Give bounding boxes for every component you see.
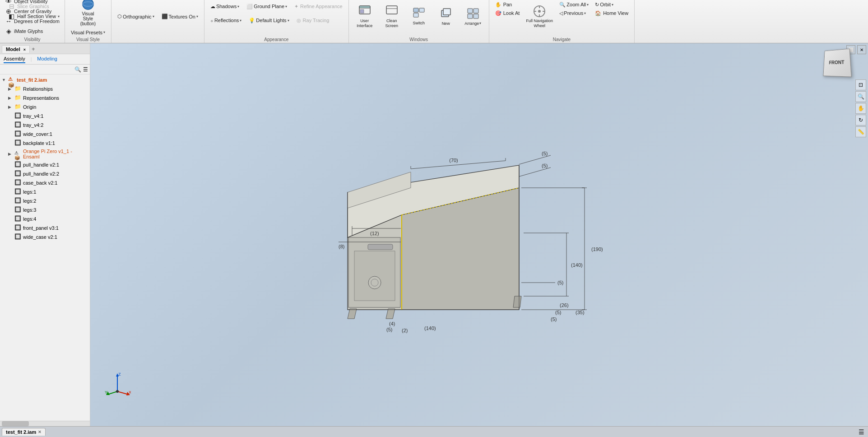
tree-warning-item[interactable]: ▶ ⚠📦 Orange Pi Zero v1_1 - Ensaml (0, 148, 90, 160)
orbit-icon: ↻ (595, 2, 599, 8)
pan-button[interactable]: ✋ Pan (493, 1, 522, 9)
document-tab[interactable]: test_fit 2.iam ✕ (2, 428, 46, 436)
part-icon: 🔲 (14, 130, 22, 138)
viewport[interactable]: ⬜ ✕ FRONT ⊡ 🔍 ✋ ↻ 📏 (90, 43, 868, 426)
visual-style-button[interactable]: Visual Style (button) (76, 0, 100, 27)
user-interface-button[interactable]: UserInterface (353, 1, 377, 32)
visual-presets-button[interactable]: Visual Presets ▾ (69, 29, 107, 36)
tab-close-btn[interactable]: ✕ (38, 430, 42, 434)
imate-glyphs-button[interactable]: ◈ iMate Glyphs (3, 27, 45, 36)
view-options-group: ⬡ Orthographic ▾ ⬛ Textures On ▾ (111, 0, 204, 43)
appearance-group: ☁ Shadows ▾ ⬜ Ground Plane ▾ ✦ Refine Ap… (204, 0, 349, 43)
tree-item[interactable]: 🔲 wide_cover:1 (0, 130, 90, 139)
orthographic-button[interactable]: ⬡ Orthographic ▾ (115, 13, 157, 20)
clean-screen-label: Clean Screen (381, 19, 403, 28)
reflect-icon: ⬦ (210, 18, 214, 23)
tree-item[interactable]: ▶ 📁 Representations (0, 93, 90, 102)
pan-vp-btn[interactable]: ✋ (855, 103, 866, 114)
model-tab-close[interactable]: × (23, 47, 26, 52)
ground-plane-button[interactable]: ⬜ Ground Plane ▾ (244, 3, 289, 10)
expander: ▶ (8, 96, 14, 100)
half-section-view-button[interactable]: ◧ Half Section View ▾ (6, 12, 62, 21)
tree-item[interactable]: 🔲 legs:1 (0, 187, 90, 196)
nav-wheel-icon (532, 4, 547, 19)
tree-item[interactable]: 🔲 wide_case v2:1 (0, 232, 90, 242)
dim-35: (35) (576, 310, 585, 315)
part-icon: 🔲 (14, 233, 22, 241)
tree-item[interactable]: 🔲 pull_handle v2:1 (0, 160, 90, 169)
full-nav-wheel-button[interactable]: Full Navigation Wheel (524, 1, 555, 32)
left-scrollbar[interactable] (0, 421, 90, 426)
textures-button[interactable]: ⬛ Textures On ▾ (159, 13, 200, 20)
previous-button[interactable]: ◁ Previous ▾ (557, 9, 591, 17)
assembly-tab[interactable]: Assembly (4, 55, 25, 63)
arrange-icon (466, 7, 480, 21)
tree-item[interactable]: 🔲 case_back v2:1 (0, 178, 90, 187)
svg-point-65 (116, 390, 119, 393)
switch-button[interactable]: Switch (407, 1, 431, 32)
arrange-button[interactable]: Arrange ▾ (461, 1, 485, 32)
root-expander: ▼ (2, 78, 8, 82)
ortho-icon: ⬡ (117, 14, 122, 19)
ray-tracing-button[interactable]: ◎ Ray Tracing (294, 17, 332, 24)
rotate-btn[interactable]: ↻ (855, 115, 866, 126)
dim-140b: (140) (424, 325, 436, 331)
tree-item[interactable]: 🔲 legs:3 (0, 205, 90, 214)
section-icon: ◧ (8, 13, 15, 20)
svg-text:Z: Z (118, 372, 121, 377)
add-tab-button[interactable]: + (32, 46, 35, 52)
viewcube[interactable]: FRONT (823, 49, 854, 80)
shadows-button[interactable]: ☁ Shadows ▾ (208, 3, 241, 10)
clean-screen-button[interactable]: Clean Screen (380, 1, 404, 32)
windows-group: UserInterface Clean Screen (349, 0, 489, 43)
tree-options-icon[interactable]: ☰ (83, 66, 88, 73)
svg-rect-27 (354, 251, 395, 301)
modeling-tab[interactable]: Modeling (37, 55, 57, 63)
viewcube-face[interactable]: FRONT (823, 49, 852, 77)
reflections-button[interactable]: ⬦ Reflections ▾ (208, 17, 244, 24)
ui-label: UserInterface (357, 19, 372, 28)
refine-appearance-button[interactable]: ✦ Refine Appearance (292, 3, 345, 10)
zoom-all-button[interactable]: 🔍 Zoom All ▾ (557, 1, 591, 9)
expander: ▶ (8, 87, 14, 91)
visual-style-group: Visual Style (button) Visual Presets ▾ V… (65, 0, 111, 43)
part-icon: 🔲 (14, 215, 22, 223)
home-view-button[interactable]: 🏠 Home View (593, 9, 631, 17)
scroll-thumb[interactable] (2, 421, 29, 426)
tree-root-item[interactable]: ▼ ⚠📦 test_fit 2.iam (0, 75, 90, 84)
tree-item[interactable]: ▶ 📁 Origin (0, 102, 90, 112)
measure-btn[interactable]: 📏 (855, 126, 866, 137)
look-at-button[interactable]: 🎯 Look At (493, 9, 522, 17)
right-toolbar: ⊡ 🔍 ✋ ↻ 📏 (855, 79, 866, 137)
part-icon: 🔲 (14, 161, 22, 168)
orbit-button[interactable]: ↻ Orbit ▾ (593, 1, 631, 9)
slice-graphics-button[interactable]: ⊟ Slice Graphics (6, 2, 51, 11)
new-window-button[interactable]: New (434, 1, 458, 32)
appearance-label: Appearance (204, 37, 348, 42)
windows-label: Windows (349, 37, 489, 42)
tree-item[interactable]: 🔲 pull_handle v2:2 (0, 169, 90, 178)
viewcube-label: FRONT (829, 60, 844, 65)
model-tab[interactable]: Model × (2, 45, 30, 53)
tree-item[interactable]: 🔲 tray_v4:2 (0, 121, 90, 130)
zoom-btn[interactable]: 🔍 (855, 91, 866, 102)
default-lights-button[interactable]: 💡 Default Lights ▾ (246, 17, 291, 24)
tree-item[interactable]: 🔲 backplate v1:1 (0, 139, 90, 148)
search-icon[interactable]: 🔍 (74, 66, 81, 73)
model-3d: (70) (5) (5) (190) (140) (5) (181, 88, 609, 341)
svg-rect-14 (468, 14, 473, 19)
tree-item[interactable]: 🔲 legs:2 (0, 196, 90, 205)
zoom-arrow: ▾ (587, 3, 589, 7)
shadows-icon: ☁ (210, 4, 215, 9)
tab-bar-options[interactable]: ☰ (859, 428, 864, 436)
tree-item[interactable]: 🔲 tray_v4:1 (0, 112, 90, 121)
new-window-icon (439, 7, 453, 21)
fit-view-btn[interactable]: ⊡ (855, 79, 866, 90)
tree-item[interactable]: 🔲 front_panel v3:1 (0, 223, 90, 232)
svg-marker-34 (386, 309, 395, 319)
close-viewport-btn[interactable]: ✕ (857, 45, 866, 54)
tree-toolbar: 🔍 ☰ (0, 65, 90, 74)
tree-item[interactable]: 🔲 legs:4 (0, 214, 90, 223)
part-icon: 🔲 (14, 112, 22, 120)
svg-rect-5 (386, 6, 397, 14)
